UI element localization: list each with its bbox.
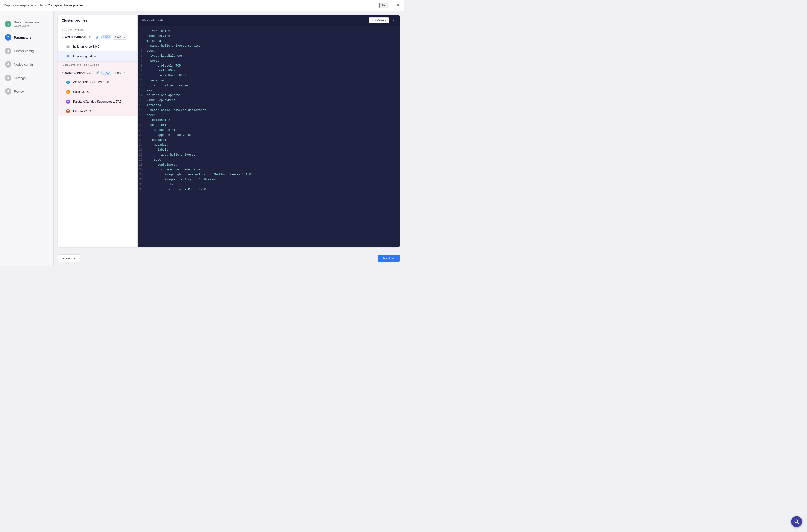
line-content: app: hello-universe bbox=[147, 83, 188, 89]
line-number: 33 bbox=[138, 187, 147, 192]
sidebar-item-parameters[interactable]: 2Parameters bbox=[0, 31, 54, 44]
line-content: imagePullPolicy: IfNotPresent bbox=[147, 177, 217, 182]
addon-link-icon: 🔗 bbox=[96, 36, 99, 39]
code-line: 15kind: Deployment bbox=[138, 98, 399, 103]
line-number: 14 bbox=[138, 93, 147, 98]
code-line: 20 selector: bbox=[138, 123, 399, 128]
line-number: 29 bbox=[138, 167, 147, 172]
sidebar-item-review[interactable]: 6Review bbox=[0, 85, 54, 98]
line-content: spec: bbox=[147, 158, 163, 163]
sidebar-item-settings[interactable]: 5Settings bbox=[0, 71, 54, 85]
step-label-group-settings: Settings bbox=[14, 76, 26, 80]
line-number: 28 bbox=[138, 163, 147, 168]
line-number: 32 bbox=[138, 182, 147, 187]
line-content: - protocol: TCP bbox=[147, 64, 181, 69]
editor-header: k8s-configuration </> Values ⋮ bbox=[138, 15, 399, 26]
code-line: 5spec: bbox=[138, 49, 399, 54]
step-label-review: Review bbox=[14, 90, 25, 93]
sidebar-item-basic-info[interactable]: 1Basic informationazure-cluster bbox=[0, 17, 54, 31]
previous-button[interactable]: Previous bbox=[58, 254, 80, 262]
step-label-group-parameters: Parameters bbox=[14, 36, 32, 39]
next-button[interactable]: Next → bbox=[378, 254, 399, 262]
api-button[interactable]: API bbox=[379, 3, 388, 8]
addon-version-select[interactable]: 1.0.0 bbox=[113, 35, 127, 40]
step-label-group-basic-info: Basic informationazure-cluster bbox=[14, 20, 39, 27]
line-content: targetPort: 8080 bbox=[147, 73, 186, 78]
line-number: 6 bbox=[138, 54, 147, 59]
infra-section: INFRASTRUCTURE LAYERS ▾ AZURE-PROFILE 🔗 … bbox=[58, 62, 137, 116]
code-line: 29 - name: hello-universe bbox=[138, 167, 399, 172]
sidebar-item-nodes-config[interactable]: 4Nodes config bbox=[0, 58, 54, 71]
line-content: labels: bbox=[147, 148, 170, 153]
line-content: kind: Deployment bbox=[147, 98, 175, 103]
code-line: 31 imagePullPolicy: IfNotPresent bbox=[138, 177, 399, 182]
close-button[interactable]: ✕ bbox=[396, 3, 399, 8]
svg-point-11 bbox=[69, 112, 70, 113]
line-number: 8 bbox=[138, 64, 147, 69]
left-panel-header: Cluster profiles bbox=[58, 15, 137, 26]
addon-menu-icon[interactable]: ⋮ bbox=[128, 35, 133, 40]
sidebar-item-cluster-config[interactable]: 3Cluster config bbox=[0, 44, 54, 58]
step-badge-settings: 5 bbox=[5, 75, 12, 81]
ubuntu-icon bbox=[66, 109, 71, 114]
line-content: --- bbox=[147, 89, 152, 93]
infra-collapse-icon[interactable]: ▾ bbox=[62, 72, 63, 74]
line-content: port: 8080 bbox=[147, 69, 175, 73]
layer-item-ubuntu[interactable]: Ubuntu 22.04 bbox=[58, 107, 137, 116]
addon-collapse-icon[interactable]: ▾ bbox=[62, 36, 63, 39]
infra-menu-icon[interactable]: ⋮ bbox=[128, 71, 133, 75]
line-number: 17 bbox=[138, 108, 147, 113]
sidebar: 1Basic informationazure-cluster2Paramete… bbox=[0, 11, 54, 266]
code-line: 1apiVersion: v1 bbox=[138, 29, 399, 34]
line-number: 16 bbox=[138, 103, 147, 108]
top-bar: Deploy azure-profile profile > Configure… bbox=[0, 0, 404, 11]
editor-menu-icon[interactable]: ⋮ bbox=[391, 18, 395, 23]
code-line: 4 name: hello-universe-service bbox=[138, 44, 399, 49]
values-button[interactable]: </> Values bbox=[369, 18, 389, 23]
layer-item-k8s-config[interactable]: k8s-configuration › bbox=[58, 52, 137, 61]
step-badge-cluster-config: 3 bbox=[5, 48, 12, 54]
step-badge-review: 6 bbox=[5, 88, 12, 95]
step-badge-parameters: 2 bbox=[5, 34, 12, 41]
code-line: 16metadata: bbox=[138, 103, 399, 108]
left-panel: Cluster profiles ADDON LAYERS ▾ AZURE-PR… bbox=[58, 15, 138, 247]
code-line: 32 ports: bbox=[138, 182, 399, 187]
line-number: 7 bbox=[138, 59, 147, 64]
addon-version-wrapper[interactable]: 1.0.0 bbox=[113, 35, 127, 40]
code-line: 23 template: bbox=[138, 138, 399, 143]
azure-disk-icon bbox=[66, 80, 71, 85]
code-line: 27 spec: bbox=[138, 158, 399, 163]
code-line: 26 app: hello-universe bbox=[138, 153, 399, 158]
infra-version-select[interactable]: 1.0.0 bbox=[113, 71, 127, 75]
hello-universe-icon bbox=[66, 44, 71, 49]
line-number: 4 bbox=[138, 44, 147, 49]
line-number: 2 bbox=[138, 34, 147, 39]
line-content: spec: bbox=[147, 113, 156, 118]
addon-section-label: ADDON LAYERS bbox=[58, 26, 137, 33]
top-bar-actions: API ✕ bbox=[379, 3, 399, 8]
layer-item-palette-k8s[interactable]: Palette eXtended Kubernetes 1.27.7 bbox=[58, 97, 137, 107]
code-line: 3metadata: bbox=[138, 39, 399, 44]
code-line: 10 targetPort: 8080 bbox=[138, 73, 399, 78]
line-content: replicas: 2 bbox=[147, 118, 170, 123]
line-content: metadata: bbox=[147, 103, 163, 108]
step-label-group-review: Review bbox=[14, 90, 25, 93]
line-content: containers: bbox=[147, 163, 177, 168]
breadcrumb-current: Configure cluster profiles bbox=[48, 3, 84, 7]
layer-item-azure-disk[interactable]: Azure Disk CSI Driver 1.28.3 bbox=[58, 77, 137, 87]
line-number: 12 bbox=[138, 83, 147, 89]
layer-item-calico[interactable]: Calico 3.26.1 bbox=[58, 87, 137, 97]
line-content: metadata: bbox=[147, 142, 170, 148]
infra-version-wrapper[interactable]: 1.0.0 bbox=[113, 71, 127, 75]
code-icon: </> bbox=[372, 19, 376, 22]
step-label-group-cluster-config: Cluster config bbox=[14, 49, 34, 53]
next-label: Next bbox=[383, 256, 390, 260]
line-content: name: hello-universe-service bbox=[147, 44, 201, 49]
infra-profile-name: AZURE-PROFILE bbox=[65, 71, 94, 75]
code-line: 28 containers: bbox=[138, 163, 399, 168]
line-content: spec: bbox=[147, 49, 156, 54]
layer-item-hello-universe[interactable]: hello-universe 1.0.0 bbox=[58, 42, 137, 52]
step-badge-nodes-config: 4 bbox=[5, 61, 12, 68]
line-number: 1 bbox=[138, 29, 147, 34]
code-area[interactable]: 1apiVersion: v12kind: Service3metadata:4… bbox=[138, 26, 399, 247]
